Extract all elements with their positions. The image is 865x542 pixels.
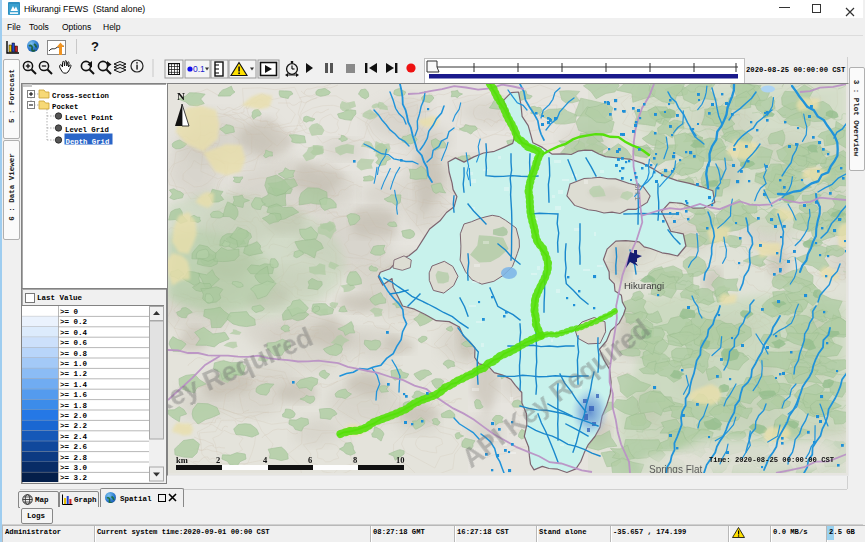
- svg-text:>= 0.8: >= 0.8: [60, 350, 88, 358]
- svg-text:Springs Flat: Springs Flat: [649, 464, 703, 473]
- svg-text:SH 1: SH 1: [633, 183, 642, 201]
- svg-text:>= 1.0: >= 1.0: [60, 360, 88, 368]
- svg-text:>= 3.0: >= 3.0: [60, 464, 88, 472]
- svg-text:>= 1.8: >= 1.8: [60, 402, 88, 410]
- svg-text:>= 2.2: >= 2.2: [60, 422, 88, 430]
- svg-text:>= 2.6: >= 2.6: [60, 443, 88, 451]
- svg-text:Depth Grid: Depth Grid: [66, 138, 110, 146]
- svg-text:>= 2.8: >= 2.8: [60, 454, 88, 462]
- svg-text:Level Grid: Level Grid: [65, 126, 109, 134]
- svg-text:>= 1.4: >= 1.4: [60, 381, 88, 389]
- svg-text:>= 1.6: >= 1.6: [60, 391, 88, 399]
- svg-text:Time: 2020-08-25 00:00:00 CST: Time: 2020-08-25 00:00:00 CST: [709, 456, 835, 464]
- svg-text:Level Point: Level Point: [65, 114, 113, 122]
- svg-text:0.1: 0.1: [193, 64, 205, 74]
- svg-text:>= 3.2: >= 3.2: [60, 474, 88, 482]
- svg-text:10: 10: [396, 455, 405, 465]
- svg-text:2: 2: [216, 455, 220, 465]
- svg-text:Cross-section: Cross-section: [52, 92, 109, 100]
- svg-text:>= 0.4: >= 0.4: [60, 329, 88, 337]
- svg-text:6: 6: [308, 455, 312, 465]
- svg-text:>= 0.6: >= 0.6: [60, 339, 88, 347]
- svg-text:Pocket: Pocket: [52, 103, 78, 111]
- svg-text:>= 1.2: >= 1.2: [60, 370, 88, 378]
- svg-text:km: km: [176, 455, 188, 465]
- svg-text:>= 0.2: >= 0.2: [60, 318, 88, 326]
- svg-text:N: N: [177, 90, 185, 102]
- svg-text:>= 2.4: >= 2.4: [60, 433, 88, 441]
- svg-text:>= 2.0: >= 2.0: [60, 412, 88, 420]
- svg-text:>= 0: >= 0: [60, 308, 79, 316]
- svg-text:8: 8: [353, 455, 357, 465]
- svg-text:Hikurangi: Hikurangi: [624, 280, 664, 291]
